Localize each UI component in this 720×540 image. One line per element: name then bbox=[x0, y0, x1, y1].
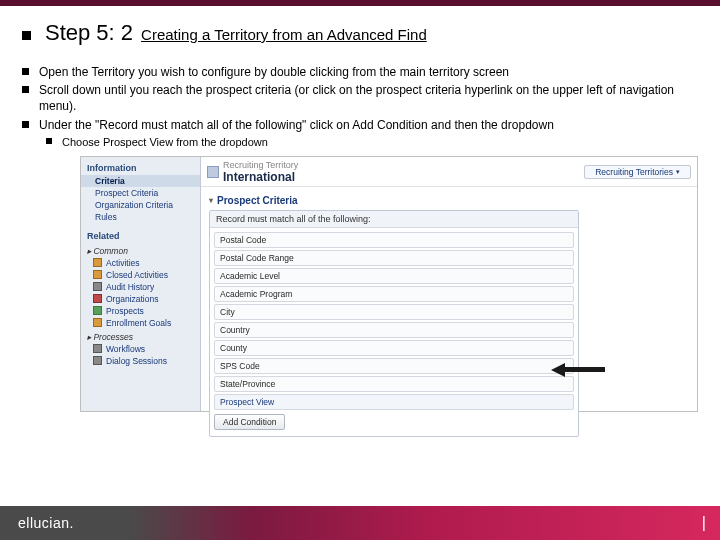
slide-content: Step 5: 2 Creating a Territory from an A… bbox=[0, 6, 720, 412]
nav-item-organization-criteria[interactable]: Organization Criteria bbox=[81, 199, 200, 211]
list-item-text: Under the "Record must match all of the … bbox=[39, 117, 554, 133]
nav-item-activities[interactable]: Activities bbox=[81, 257, 200, 269]
list-item: Scroll down until you reach the prospect… bbox=[22, 82, 698, 114]
breadcrumb-dropdown[interactable]: Recruiting Territories bbox=[584, 165, 691, 179]
title-bullet bbox=[22, 31, 31, 40]
org-icon bbox=[93, 294, 102, 303]
sub-list-item: Choose Prospect View from the dropdown bbox=[46, 135, 698, 150]
dropdown-option[interactable]: State/Province bbox=[214, 376, 574, 392]
nav-section-information: Information bbox=[81, 161, 200, 175]
add-condition-button[interactable]: Add Condition bbox=[214, 414, 285, 430]
nav-group-common: ▸ Common bbox=[81, 243, 200, 257]
left-nav-pane: Information Criteria Prospect Criteria O… bbox=[81, 157, 201, 411]
nav-section-related: Related bbox=[81, 229, 200, 243]
nav-group-processes: ▸ Processes bbox=[81, 329, 200, 343]
record-name: International bbox=[223, 170, 298, 184]
nav-item-rules[interactable]: Rules bbox=[81, 211, 200, 223]
dropdown-option[interactable]: Academic Program bbox=[214, 286, 574, 302]
nav-item-organizations[interactable]: Organizations bbox=[81, 293, 200, 305]
brand-logo: ellucian. bbox=[18, 515, 74, 531]
dropdown-option[interactable]: Country bbox=[214, 322, 574, 338]
bullet-icon bbox=[22, 86, 29, 93]
list-item-text: Open the Territory you wish to configure… bbox=[39, 64, 509, 80]
embedded-screenshot: Information Criteria Prospect Criteria O… bbox=[80, 156, 698, 412]
dropdown-option[interactable]: Academic Level bbox=[214, 268, 574, 284]
nav-item-prospects[interactable]: Prospects bbox=[81, 305, 200, 317]
dropdown-option-prospect-view[interactable]: Prospect View bbox=[214, 394, 574, 410]
dropdown-option[interactable]: SPS Code bbox=[214, 358, 574, 374]
annotation-arrow bbox=[551, 363, 607, 377]
bullet-icon bbox=[46, 138, 52, 144]
nav-item-workflows[interactable]: Workflows bbox=[81, 343, 200, 355]
dropdown-option[interactable]: Postal Code Range bbox=[214, 250, 574, 266]
list-item: Open the Territory you wish to configure… bbox=[22, 64, 698, 80]
criteria-area: Prospect Criteria Record must match all … bbox=[201, 187, 697, 445]
prospect-icon bbox=[93, 306, 102, 315]
dialog-icon bbox=[93, 356, 102, 365]
dropdown-option[interactable]: City bbox=[214, 304, 574, 320]
folder-icon bbox=[93, 258, 102, 267]
territory-icon bbox=[207, 166, 219, 178]
workflow-icon bbox=[93, 344, 102, 353]
field-dropdown-list: Postal Code Postal Code Range Academic L… bbox=[210, 228, 578, 436]
sub-list-text: Choose Prospect View from the dropdown bbox=[62, 135, 268, 150]
record-header: Recruiting Territory International Recru… bbox=[201, 157, 697, 187]
criteria-panel: Record must match all of the following: … bbox=[209, 210, 579, 437]
bullet-icon bbox=[22, 121, 29, 128]
nav-item-audit-history[interactable]: Audit History bbox=[81, 281, 200, 293]
list-item: Under the "Record must match all of the … bbox=[22, 117, 698, 133]
match-rule-label: Record must match all of the following: bbox=[210, 211, 578, 228]
instruction-list: Open the Territory you wish to configure… bbox=[22, 64, 698, 150]
prospect-criteria-header[interactable]: Prospect Criteria bbox=[209, 195, 689, 206]
arrow-shaft bbox=[563, 367, 605, 372]
nav-item-criteria[interactable]: Criteria bbox=[81, 175, 200, 187]
dropdown-option[interactable]: Postal Code bbox=[214, 232, 574, 248]
step-number: Step 5: 2 bbox=[45, 20, 133, 46]
footer-separator: | bbox=[702, 514, 706, 532]
goal-icon bbox=[93, 318, 102, 327]
footer-bar: ellucian. | bbox=[0, 506, 720, 540]
step-subtitle: Creating a Territory from an Advanced Fi… bbox=[141, 26, 427, 43]
nav-item-prospect-criteria[interactable]: Prospect Criteria bbox=[81, 187, 200, 199]
history-icon bbox=[93, 282, 102, 291]
nav-item-closed-activities[interactable]: Closed Activities bbox=[81, 269, 200, 281]
folder-icon bbox=[93, 270, 102, 279]
slide-title-row: Step 5: 2 Creating a Territory from an A… bbox=[22, 20, 698, 46]
bullet-icon bbox=[22, 68, 29, 75]
record-type-label: Recruiting Territory bbox=[223, 160, 298, 170]
nav-item-dialog-sessions[interactable]: Dialog Sessions bbox=[81, 355, 200, 367]
main-pane: Recruiting Territory International Recru… bbox=[201, 157, 697, 411]
list-item-text: Scroll down until you reach the prospect… bbox=[39, 82, 698, 114]
dropdown-option[interactable]: County bbox=[214, 340, 574, 356]
nav-item-enrollment-goals[interactable]: Enrollment Goals bbox=[81, 317, 200, 329]
